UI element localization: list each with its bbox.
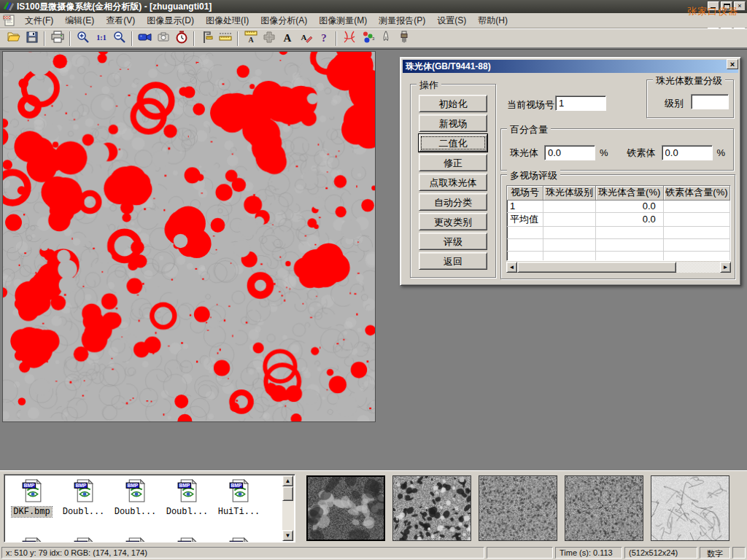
text-tool-button[interactable]: A xyxy=(278,30,296,47)
caliper-measure-button[interactable] xyxy=(198,30,216,47)
op-button-6[interactable]: 自动分类 xyxy=(419,193,487,211)
file-item-row2-1[interactable]: BMP xyxy=(6,534,58,542)
op-button-2[interactable]: 新视场 xyxy=(419,114,487,132)
menu-item-6[interactable]: 图像分析(A) xyxy=(255,13,313,28)
video-capture-button[interactable] xyxy=(136,30,154,47)
table-row-4[interactable] xyxy=(507,238,730,251)
level-label: 级别 xyxy=(665,97,684,110)
menu-item-4[interactable]: 图像显示(D) xyxy=(141,13,200,28)
bmp-file-icon: BMP xyxy=(21,479,43,505)
toolbar-separator xyxy=(69,31,71,46)
preview-thumbnail-5[interactable] xyxy=(651,475,729,541)
file-item-row2-5[interactable]: BMP xyxy=(213,534,265,542)
bmp-file-icon: BMP xyxy=(21,537,43,542)
actual-size-button[interactable]: 1:1 xyxy=(92,30,110,47)
preview-thumbnail-1[interactable] xyxy=(306,475,385,541)
op-button-3[interactable]: 二值化 xyxy=(419,134,487,152)
print-button[interactable] xyxy=(48,30,66,47)
file-item-5[interactable]: BMPHuiTi... xyxy=(213,476,265,517)
menu-item-9[interactable]: 设置(S) xyxy=(431,13,472,28)
zoom-in-icon xyxy=(76,30,90,47)
op-button-9[interactable]: 返回 xyxy=(419,252,487,270)
letter-a-icon: A xyxy=(280,30,295,47)
zoom-out-button[interactable] xyxy=(110,30,128,47)
menu-item-3[interactable]: 查看(V) xyxy=(100,13,141,28)
menu-item-10[interactable]: 帮助(H) xyxy=(472,13,514,28)
measure-label-button[interactable]: A xyxy=(241,30,260,47)
dialog-close-button[interactable]: × xyxy=(727,59,738,69)
menu-bar: DOC 文件(F)编辑(E)查看(V)图像显示(D)图像处理(I)图像分析(A)… xyxy=(0,13,747,28)
menu-item-8[interactable]: 测量报告(P) xyxy=(373,13,431,28)
classify-dots-button[interactable]: 3 xyxy=(358,30,376,47)
table-horizontal-scrollbar[interactable]: ◄ ► xyxy=(506,262,731,273)
preview-thumbnail-2[interactable] xyxy=(392,475,471,541)
op-button-1[interactable]: 初始化 xyxy=(419,95,487,112)
zoom-out-icon xyxy=(112,30,127,47)
file-scrollbar-thumb[interactable] xyxy=(282,486,293,501)
open-file-button[interactable] xyxy=(4,30,23,47)
svg-text:BMP: BMP xyxy=(75,483,86,488)
file-name: DKF.bmp xyxy=(12,507,51,517)
ferrite-percent-input[interactable] xyxy=(662,145,713,160)
ruler-measure-button[interactable] xyxy=(216,30,234,47)
menu-item-7[interactable]: 图像测量(M) xyxy=(313,13,373,28)
table-row-5[interactable] xyxy=(507,251,730,261)
save-button[interactable] xyxy=(23,30,41,47)
svg-text:BMP: BMP xyxy=(127,483,138,488)
help-button[interactable]: ? xyxy=(314,30,333,47)
brush-tool-button[interactable] xyxy=(395,30,413,47)
table-row-3[interactable] xyxy=(507,226,730,238)
table-header-1[interactable]: 视场号 xyxy=(507,186,543,200)
file-item-row2-2[interactable]: BMP xyxy=(58,534,109,542)
toolbar: 1:1AAA?3 xyxy=(0,28,747,48)
pen-tool-button[interactable] xyxy=(376,30,395,47)
op-button-8[interactable]: 评级 xyxy=(419,233,487,250)
bmp-file-icon: BMP xyxy=(177,537,198,542)
file-item-4[interactable]: BMPDoubl... xyxy=(161,476,213,517)
curve-tool-button[interactable] xyxy=(340,30,358,47)
scrollbar-thumb[interactable] xyxy=(517,262,676,273)
file-list-scrollbar[interactable]: ▲ ▼ xyxy=(282,475,294,541)
zoom-in-button[interactable] xyxy=(74,30,92,47)
pearlite-percent-input[interactable] xyxy=(544,145,595,160)
table-header-4[interactable]: 铁素体含量(%) xyxy=(663,186,729,200)
dialog-title-bar[interactable]: 珠光体(GB/T9441-88) xyxy=(403,60,738,73)
scroll-down-icon[interactable]: ▼ xyxy=(282,530,293,541)
file-name: Doubl... xyxy=(61,507,107,517)
table-header-3[interactable]: 珠光体含量(%) xyxy=(595,186,663,200)
svg-text:DOC: DOC xyxy=(4,16,12,20)
menu-item-2[interactable]: 编辑(E) xyxy=(59,13,100,28)
op-button-4[interactable]: 修正 xyxy=(419,154,487,171)
current-field-input[interactable] xyxy=(555,96,606,111)
title-bar: IS100显微摄像系统(金相分析版) - [zhuguangti01] × xyxy=(0,0,747,13)
table-row-2[interactable]: 平均值0.0 xyxy=(507,212,730,226)
menu-item-1[interactable]: 文件(F) xyxy=(19,13,59,28)
svg-text:BMP: BMP xyxy=(127,541,138,542)
pearlite-dialog: 珠光体(GB/T9441-88) × 操作 初始化新视场二值化修正点取珠光体自动… xyxy=(400,57,741,286)
merge-grid-button[interactable] xyxy=(260,30,278,47)
op-button-7[interactable]: 更改类别 xyxy=(419,213,487,230)
op-button-5[interactable]: 点取珠光体 xyxy=(419,174,487,191)
timer-button[interactable] xyxy=(172,30,190,47)
file-item-row2-4[interactable]: BMP xyxy=(161,534,213,542)
level-input[interactable] xyxy=(691,94,729,109)
status-spacer xyxy=(487,547,553,559)
file-item-1[interactable]: BMPDKF.bmp xyxy=(6,476,58,517)
table-row-1[interactable]: 10.0 xyxy=(507,200,730,212)
percentage-group-label: 百分含量 xyxy=(507,123,551,136)
file-item-3[interactable]: BMPDoubl... xyxy=(109,476,161,517)
file-item-row2-3[interactable]: BMP xyxy=(109,534,161,542)
scroll-up-icon[interactable]: ▲ xyxy=(282,475,293,486)
file-item-2[interactable]: BMPDoubl... xyxy=(58,476,109,517)
preview-thumbnail-3[interactable] xyxy=(479,475,557,541)
scroll-left-icon[interactable]: ◄ xyxy=(506,262,517,273)
snapshot-button[interactable] xyxy=(154,30,172,47)
annotate-button[interactable]: A xyxy=(296,30,314,47)
metallographic-image[interactable] xyxy=(2,51,376,422)
menu-item-5[interactable]: 图像处理(I) xyxy=(200,13,255,28)
preview-thumbnail-4[interactable] xyxy=(565,475,643,541)
scroll-right-icon[interactable]: ► xyxy=(720,262,731,273)
svg-text:BMP: BMP xyxy=(23,541,34,542)
table-header-2[interactable]: 珠光体级别 xyxy=(543,186,595,200)
app-icon xyxy=(2,0,14,14)
